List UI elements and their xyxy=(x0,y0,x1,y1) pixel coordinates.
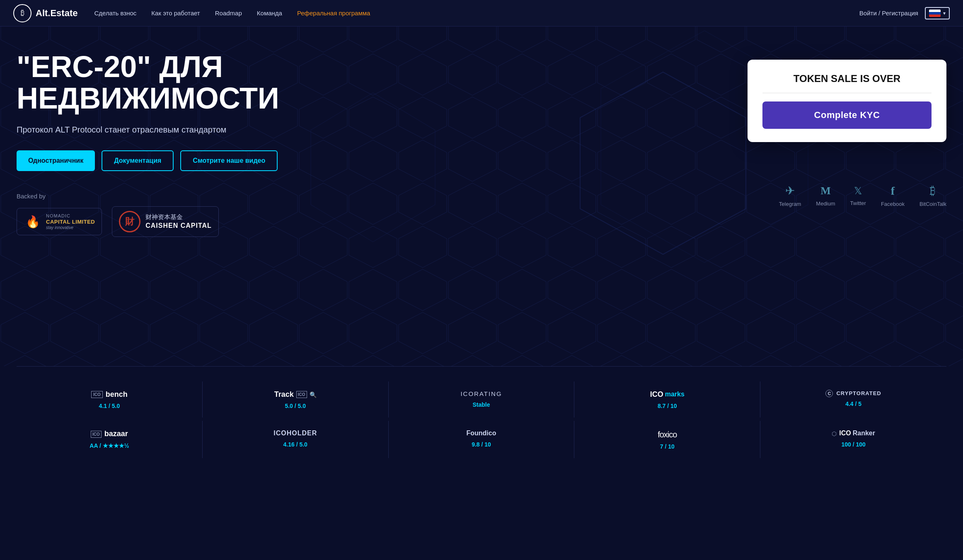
icobench-score: 4.1 / 5.0 xyxy=(99,403,120,409)
docs-button[interactable]: Документация xyxy=(102,150,174,171)
trackico-score: 5.0 / 5.0 xyxy=(285,403,306,409)
nav-auth[interactable]: Войти / Регистрация xyxy=(859,10,918,17)
token-sale-title: TOKEN SALE IS OVER xyxy=(762,73,932,84)
card-divider xyxy=(762,93,932,93)
rating-foundico[interactable]: Foundico 9.8 / 10 xyxy=(389,421,575,458)
icomarks-score: 8.7 / 10 xyxy=(658,403,677,409)
icoranker-score: 100 / 100 xyxy=(841,441,865,448)
cryptorated-logo: C CRYPTORATED xyxy=(825,390,881,397)
twitter-icon: 𝕏 xyxy=(854,185,862,197)
facebook-icon: f xyxy=(891,184,895,198)
nomadic-line2: CAPITAl LImITEd xyxy=(46,219,95,225)
icobazaar-logo: ICO bazaar xyxy=(91,429,128,439)
caishen-chinese: 财神资本基金 xyxy=(145,212,212,221)
svg-marker-4 xyxy=(311,93,435,242)
twitter-label: Twitter xyxy=(850,200,866,206)
logo-icon: ₿ xyxy=(13,4,31,22)
icobench-logo: ICO bench xyxy=(91,390,128,399)
hero-subtitle: Протокол ALT Protocol станет отраслевым … xyxy=(17,124,232,135)
backer-caishen[interactable]: 財 财神资本基金 CAISHEN CAPITAL xyxy=(112,206,219,237)
medium-icon: M xyxy=(820,185,831,197)
foundico-logo: Foundico xyxy=(467,429,496,438)
svg-marker-2 xyxy=(580,72,746,254)
nav-right: Войти / Регистрация ▾ xyxy=(859,7,950,19)
hero-section: "ERC-20" ДЛЯ НЕДВИЖИМОСТИ Протокол ALT P… xyxy=(0,27,963,366)
facebook-label: Facebook xyxy=(881,201,905,207)
caishen-text: 财神资本基金 CAISHEN CAPITAL xyxy=(145,212,212,230)
icorating-logo: ICORATING xyxy=(460,390,502,398)
trackico-logo: Track ICO 🔍 xyxy=(274,390,317,399)
icoholder-logo: ICOHOLDER xyxy=(273,429,317,438)
hero-content: "ERC-20" ДЛЯ НЕДВИЖИМОСТИ Протокол ALT P… xyxy=(17,51,307,237)
social-bitcointalk[interactable]: ₿ BitCoinTalk xyxy=(919,184,946,207)
icoranker-logo: ⬡ ICORanker xyxy=(832,429,875,438)
cryptorated-score: 4.4 / 5 xyxy=(845,401,861,407)
icoholder-score: 4.16 / 5.0 xyxy=(283,441,307,448)
bitcointalk-label: BitCoinTalk xyxy=(919,201,946,207)
backed-label: Backed by xyxy=(17,193,307,200)
video-button[interactable]: Смотрите наше видео xyxy=(180,150,278,171)
rating-icobazaar[interactable]: ICO bazaar AA / ★★★★½ xyxy=(17,421,203,458)
rating-trackico[interactable]: Track ICO 🔍 5.0 / 5.0 xyxy=(203,381,389,418)
medium-label: Medium xyxy=(816,200,835,207)
social-telegram[interactable]: ✈ Telegram xyxy=(779,184,801,207)
language-selector[interactable]: ▾ xyxy=(925,7,950,19)
hero-buttons: Одностраничник Документация Смотрите наш… xyxy=(17,150,307,171)
nav-how[interactable]: Как это работает xyxy=(151,10,200,17)
foxico-score: 7 / 10 xyxy=(660,443,675,450)
navigation: ₿ Alt.Estate Сделать взнос Как это работ… xyxy=(0,0,963,27)
nav-roadmap[interactable]: Roadmap xyxy=(215,10,242,17)
ratings-section: ICO bench 4.1 / 5.0 Track ICO 🔍 5.0 / 5.… xyxy=(0,367,963,475)
social-twitter[interactable]: 𝕏 Twitter xyxy=(850,185,866,206)
nomadic-text: NOmAdic CAPITAl LImITEd stay innovative xyxy=(46,213,95,230)
rating-icomarks[interactable]: ICOmarks 8.7 / 10 xyxy=(574,381,760,418)
nav-deposit[interactable]: Сделать взнос xyxy=(94,10,136,17)
foxico-logo: foxico xyxy=(658,429,677,440)
caishen-icon: 財 xyxy=(119,211,140,232)
telegram-icon: ✈ xyxy=(785,184,795,198)
ratings-row-1: ICO bench 4.1 / 5.0 Track ICO 🔍 5.0 / 5.… xyxy=(17,381,946,418)
rating-icobench[interactable]: ICO bench 4.1 / 5.0 xyxy=(17,381,203,418)
nomadic-line3: stay innovative xyxy=(46,225,95,230)
rating-icorating[interactable]: ICORATING Stable xyxy=(389,381,575,418)
hero-title: "ERC-20" ДЛЯ НЕДВИЖИМОСТИ xyxy=(17,51,307,114)
telegram-label: Telegram xyxy=(779,201,801,207)
icorating-score: Stable xyxy=(472,401,490,408)
nomadic-line1: NOmAdic xyxy=(46,213,95,219)
icobazaar-score: AA / ★★★★½ xyxy=(90,442,129,449)
chevron-down-icon: ▾ xyxy=(943,10,946,16)
bitcointalk-icon: ₿ xyxy=(930,184,936,198)
social-links: ✈ Telegram M Medium 𝕏 Twitter f Facebook… xyxy=(779,184,946,207)
backers-list: 🔥 NOmAdic CAPITAl LImITEd stay innovativ… xyxy=(17,206,307,237)
social-medium[interactable]: M Medium xyxy=(816,185,835,207)
nav-team[interactable]: Команда xyxy=(257,10,282,17)
flag-ru xyxy=(929,10,941,17)
icomarks-logo: ICOmarks xyxy=(650,390,685,399)
rating-foxico[interactable]: foxico 7 / 10 xyxy=(574,421,760,458)
kyc-button[interactable]: Complete KYC xyxy=(762,101,932,129)
nav-links: Сделать взнос Как это работает Roadmap К… xyxy=(94,10,859,17)
rating-cryptorated[interactable]: C CRYPTORATED 4.4 / 5 xyxy=(760,381,946,418)
caishen-english: CAISHEN CAPITAL xyxy=(145,221,212,230)
backer-nomadic[interactable]: 🔥 NOmAdic CAPITAl LImITEd stay innovativ… xyxy=(17,208,102,235)
ratings-row-2: ICO bazaar AA / ★★★★½ ICOHOLDER 4.16 / 5… xyxy=(17,421,946,458)
rating-icoholder[interactable]: ICOHOLDER 4.16 / 5.0 xyxy=(203,421,389,458)
nav-referral[interactable]: Реферальная программа xyxy=(297,10,370,17)
logo-text: Alt.Estate xyxy=(36,8,77,19)
backed-by-section: Backed by 🔥 NOmAdic CAPITAl LImITEd stay… xyxy=(17,193,307,237)
logo[interactable]: ₿ Alt.Estate xyxy=(13,4,77,22)
foundico-score: 9.8 / 10 xyxy=(472,441,491,448)
rating-icoranker[interactable]: ⬡ ICORanker 100 / 100 xyxy=(760,421,946,458)
whitepaper-button[interactable]: Одностраничник xyxy=(17,150,95,171)
social-facebook[interactable]: f Facebook xyxy=(881,184,905,207)
flame-icon: 🔥 xyxy=(24,212,42,231)
token-sale-card: TOKEN SALE IS OVER Complete KYC xyxy=(748,60,946,142)
